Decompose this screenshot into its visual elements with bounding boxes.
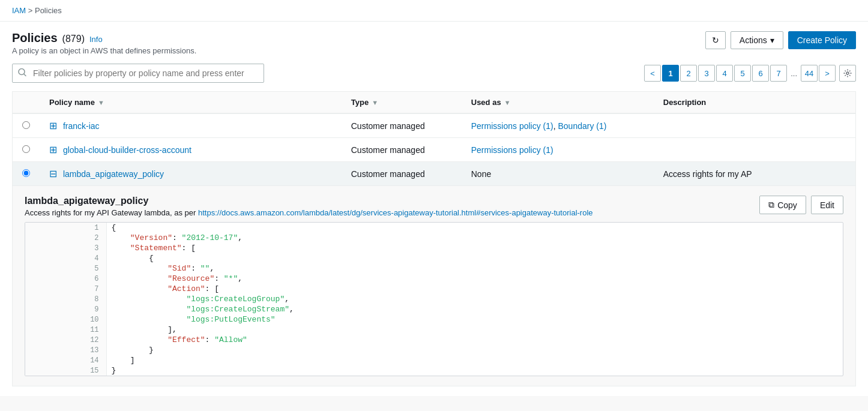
line-number: 9 (25, 304, 107, 314)
row1-expand-icon[interactable]: ⊞ (49, 120, 57, 131)
row1-description-cell (654, 113, 855, 138)
row2-expand-icon[interactable]: ⊞ (49, 144, 57, 155)
line-number: 6 (25, 274, 107, 284)
page-count: (879) (62, 34, 85, 44)
page-3-button[interactable]: 3 (698, 65, 715, 82)
row2-name-cell: ⊞ global-cloud-builder-cross-account (40, 138, 342, 162)
row3-description-cell: Access rights for my AP (654, 162, 855, 186)
search-input[interactable] (12, 64, 264, 83)
pagination: < 1 2 3 4 5 6 7 ... 44 > (644, 65, 836, 82)
page-5-button[interactable]: 5 (734, 65, 751, 82)
breadcrumb: IAM > Policies (0, 0, 868, 22)
th-description: Description (654, 92, 855, 113)
code-editor: 1{2 "Version": "2012-10-17",3 "Statement… (25, 222, 843, 376)
edit-button[interactable]: Edit (811, 196, 843, 214)
actions-button[interactable]: Actions ▾ (731, 31, 783, 49)
breadcrumb-separator: > (28, 6, 33, 15)
row2-used-as-cell: Permissions policy (1) (462, 138, 654, 162)
main-content: Policies (879) Info A policy is an objec… (0, 22, 868, 396)
table-header-row: Policy name ▼ Type ▼ Used as ▼ (13, 92, 855, 113)
page-7-button[interactable]: 7 (770, 65, 787, 82)
row3-collapse-icon[interactable]: ⊟ (49, 168, 57, 179)
row1-policy-link[interactable]: franck-iac (63, 121, 100, 131)
header-row: Policies (879) Info A policy is an objec… (12, 31, 856, 55)
row2-used-as-link[interactable]: Permissions policy (1) (471, 145, 553, 155)
page-1-button[interactable]: 1 (662, 65, 679, 82)
line-number: 1 (25, 223, 107, 233)
policy-panel: lambda_apigateway_policy Access rights f… (13, 185, 855, 386)
refresh-button[interactable]: ↻ (705, 31, 726, 49)
th-type: Type ▼ (342, 92, 462, 113)
header-right: ↻ Actions ▾ Create Policy (705, 31, 856, 49)
info-link[interactable]: Info (89, 35, 103, 44)
row3-policy-link[interactable]: lambda_apigateway_policy (63, 169, 164, 179)
line-content: "Sid": "", (107, 263, 843, 274)
line-content: } (107, 365, 843, 376)
row1-boundary-link[interactable]: Boundary (1) (558, 121, 606, 131)
line-content: "logs:CreateLogGroup", (107, 294, 843, 304)
line-number: 14 (25, 355, 107, 365)
row3-type-cell: Customer managed (342, 162, 462, 186)
row2-radio[interactable] (22, 145, 30, 153)
code-line: 4 { (25, 253, 843, 263)
page-4-button[interactable]: 4 (716, 65, 733, 82)
policy-desc-text: Access rights for my API Gateway lambda,… (25, 208, 198, 217)
policy-panel-header: lambda_apigateway_policy Access rights f… (25, 196, 843, 217)
prev-page-button[interactable]: < (644, 65, 661, 82)
breadcrumb-iam-link[interactable]: IAM (12, 6, 26, 15)
line-number: 11 (25, 325, 107, 335)
search-row: < 1 2 3 4 5 6 7 ... 44 > (12, 64, 856, 83)
copy-button[interactable]: ⧉ Copy (759, 196, 806, 214)
line-content: ] (107, 355, 843, 365)
page-2-button[interactable]: 2 (680, 65, 697, 82)
row1-radio[interactable] (22, 121, 30, 129)
row1-name-cell: ⊞ franck-iac (40, 113, 342, 138)
next-page-button[interactable]: > (819, 65, 836, 82)
line-content: "Resource": "*", (107, 274, 843, 284)
page-last-button[interactable]: 44 (801, 65, 818, 82)
row3-radio[interactable] (22, 169, 30, 177)
code-line: 15} (25, 365, 843, 376)
search-icon (18, 68, 26, 79)
pagination-area: < 1 2 3 4 5 6 7 ... 44 > (644, 65, 856, 82)
row1-used-as-link[interactable]: Permissions policy (1) (471, 121, 553, 131)
line-number: 13 (25, 345, 107, 355)
row1-type-cell: Customer managed (342, 113, 462, 138)
page-6-button[interactable]: 6 (752, 65, 769, 82)
line-number: 2 (25, 233, 107, 243)
line-number: 15 (25, 365, 107, 376)
th-policy-name-label: Policy name (49, 98, 95, 107)
edit-label: Edit (820, 200, 834, 210)
used-as-sort-icon[interactable]: ▼ (504, 99, 511, 106)
line-number: 4 (25, 253, 107, 263)
code-line: 5 "Sid": "", (25, 263, 843, 274)
row2-policy-link[interactable]: global-cloud-builder-cross-account (63, 145, 191, 155)
svg-point-2 (846, 72, 849, 74)
code-content: 1{2 "Version": "2012-10-17",3 "Statement… (25, 223, 843, 376)
line-number: 8 (25, 294, 107, 304)
line-content: "logs:PutLogEvents" (107, 314, 843, 325)
create-policy-button[interactable]: Create Policy (788, 31, 856, 49)
table-row: ⊞ franck-iac Customer managed Permission… (13, 113, 855, 138)
type-sort-icon[interactable]: ▼ (372, 99, 378, 106)
policy-panel-desc: Access rights for my API Gateway lambda,… (25, 208, 593, 217)
line-content: { (107, 223, 843, 233)
code-line: 1{ (25, 223, 843, 233)
th-select (13, 92, 40, 113)
th-type-label: Type (351, 98, 369, 107)
table-settings-button[interactable] (839, 65, 856, 82)
copy-label: Copy (777, 200, 797, 210)
code-line: 2 "Version": "2012-10-17", (25, 233, 843, 243)
settings-icon (843, 69, 852, 77)
svg-line-1 (24, 74, 26, 76)
policy-panel-info: lambda_apigateway_policy Access rights f… (25, 196, 593, 217)
policy-desc-link[interactable]: https://docs.aws.amazon.com/lambda/lates… (198, 208, 593, 217)
line-content: ], (107, 325, 843, 335)
copy-icon: ⧉ (768, 200, 774, 210)
line-content: } (107, 345, 843, 355)
code-line: 6 "Resource": "*", (25, 274, 843, 284)
code-line: 12 "Effect": "Allow" (25, 335, 843, 345)
policy-name-sort-icon[interactable]: ▼ (98, 99, 104, 106)
page-dots: ... (788, 69, 800, 78)
row2-select-cell (13, 138, 40, 162)
